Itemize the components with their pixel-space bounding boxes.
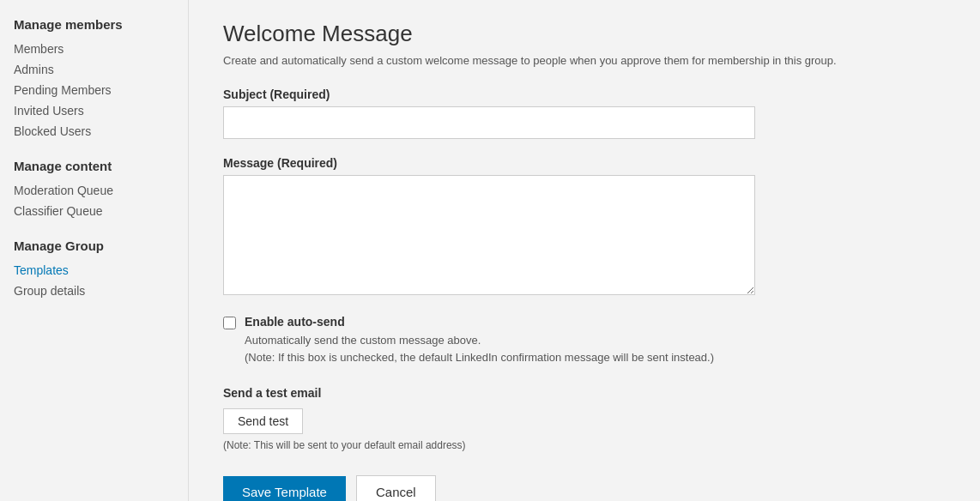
subject-input[interactable]: [223, 106, 755, 139]
sidebar-item-admins[interactable]: Admins: [14, 59, 174, 80]
action-buttons: Save Template Cancel: [223, 475, 946, 501]
sidebar-item-pending-members[interactable]: Pending Members: [14, 80, 174, 100]
main-content: Welcome Message Create and automatically…: [189, 0, 980, 501]
sidebar-item-moderation-queue[interactable]: Moderation Queue: [14, 180, 174, 201]
subject-group: Subject (Required): [223, 88, 755, 139]
auto-send-row: Enable auto-send Automatically send the …: [223, 315, 755, 365]
auto-send-checkbox[interactable]: [223, 317, 236, 329]
sidebar-item-members[interactable]: Members: [14, 39, 174, 59]
message-label: Message (Required): [223, 156, 755, 170]
sidebar: Manage members Members Admins Pending Me…: [0, 0, 189, 501]
sidebar-item-classifier-queue[interactable]: Classifier Queue: [14, 201, 174, 221]
send-test-note: (Note: This will be sent to your default…: [223, 439, 755, 451]
save-template-button[interactable]: Save Template: [223, 476, 346, 501]
auto-send-desc2: (Note: If this box is unchecked, the def…: [245, 351, 714, 364]
auto-send-text: Enable auto-send Automatically send the …: [245, 315, 714, 365]
subject-label: Subject (Required): [223, 88, 755, 101]
sidebar-section-manage-members: Manage members: [14, 17, 174, 32]
send-test-title: Send a test email: [223, 386, 755, 400]
message-textarea[interactable]: [223, 175, 755, 295]
auto-send-desc1: Automatically send the custom message ab…: [245, 334, 481, 347]
sidebar-section-manage-group: Manage Group: [14, 238, 174, 253]
sidebar-item-invited-users[interactable]: Invited Users: [14, 100, 174, 121]
sidebar-item-group-details[interactable]: Group details: [14, 281, 174, 301]
auto-send-label: Enable auto-send: [245, 315, 714, 329]
page-title: Welcome Message: [223, 21, 946, 47]
sidebar-section-manage-content: Manage content: [14, 159, 174, 173]
sidebar-item-blocked-users[interactable]: Blocked Users: [14, 121, 174, 142]
message-group: Message (Required): [223, 156, 755, 298]
page-description: Create and automatically send a custom w…: [223, 54, 927, 67]
send-test-section: Send a test email Send test (Note: This …: [223, 386, 755, 451]
cancel-button[interactable]: Cancel: [356, 475, 436, 501]
auto-send-section: Enable auto-send Automatically send the …: [223, 315, 755, 365]
sidebar-item-templates[interactable]: Templates: [14, 260, 174, 281]
send-test-button[interactable]: Send test: [223, 408, 303, 434]
